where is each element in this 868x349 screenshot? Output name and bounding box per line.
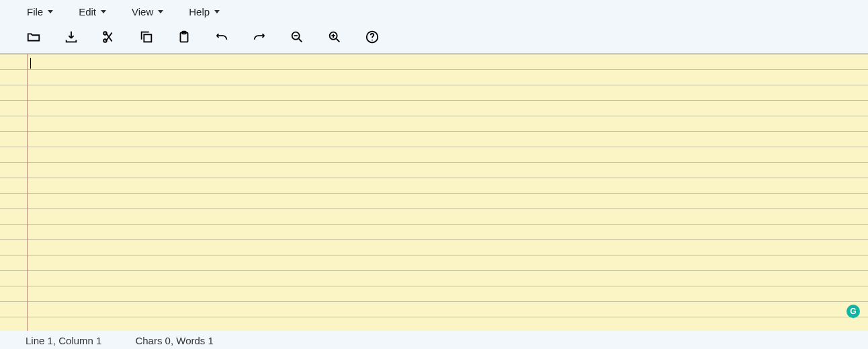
zoom-in-icon <box>327 30 342 44</box>
grammarly-badge-label: G <box>850 307 856 316</box>
scissors-icon <box>101 30 116 44</box>
cut-button[interactable] <box>99 28 118 46</box>
svg-point-0 <box>103 39 107 42</box>
copy-icon <box>139 30 154 44</box>
paste-button[interactable] <box>175 28 193 46</box>
save-button[interactable] <box>62 28 81 46</box>
menu-view[interactable]: View <box>129 4 166 20</box>
chevron-down-icon <box>101 10 106 13</box>
undo-button[interactable] <box>212 28 231 46</box>
status-position: Line 1, Column 1 <box>26 335 101 346</box>
redo-icon <box>252 30 267 44</box>
zoom-out-button[interactable] <box>288 28 306 46</box>
undo-icon <box>214 30 229 44</box>
help-button[interactable] <box>363 28 382 46</box>
menu-edit[interactable]: Edit <box>76 4 109 20</box>
copy-button[interactable] <box>137 28 156 46</box>
menu-bar: File Edit View Help <box>0 0 868 24</box>
chevron-down-icon <box>158 10 163 13</box>
svg-point-1 <box>103 32 107 35</box>
help-icon <box>365 30 380 44</box>
download-icon <box>64 30 79 44</box>
menu-file-label: File <box>27 6 43 17</box>
editor-textarea[interactable] <box>30 56 868 331</box>
menu-file[interactable]: File <box>24 4 56 20</box>
menu-help[interactable]: Help <box>186 4 222 20</box>
menu-edit-label: Edit <box>79 6 96 17</box>
status-bar: Line 1, Column 1 Chars 0, Words 1 <box>0 331 868 349</box>
grammarly-badge[interactable]: G <box>847 305 860 318</box>
svg-rect-2 <box>144 34 151 42</box>
redo-button[interactable] <box>250 28 269 46</box>
clipboard-icon <box>177 30 191 44</box>
chevron-down-icon <box>48 10 53 13</box>
zoom-in-button[interactable] <box>325 28 344 46</box>
menu-help-label: Help <box>189 6 210 17</box>
folder-icon <box>26 30 41 44</box>
toolbar <box>0 24 868 53</box>
menu-view-label: View <box>132 6 153 17</box>
chevron-down-icon <box>214 10 220 13</box>
svg-point-8 <box>372 40 373 41</box>
status-counts: Chars 0, Words 1 <box>135 335 213 346</box>
margin-rule <box>27 54 28 331</box>
editor-area[interactable] <box>0 53 868 331</box>
zoom-out-icon <box>290 30 304 44</box>
open-button[interactable] <box>24 28 43 46</box>
